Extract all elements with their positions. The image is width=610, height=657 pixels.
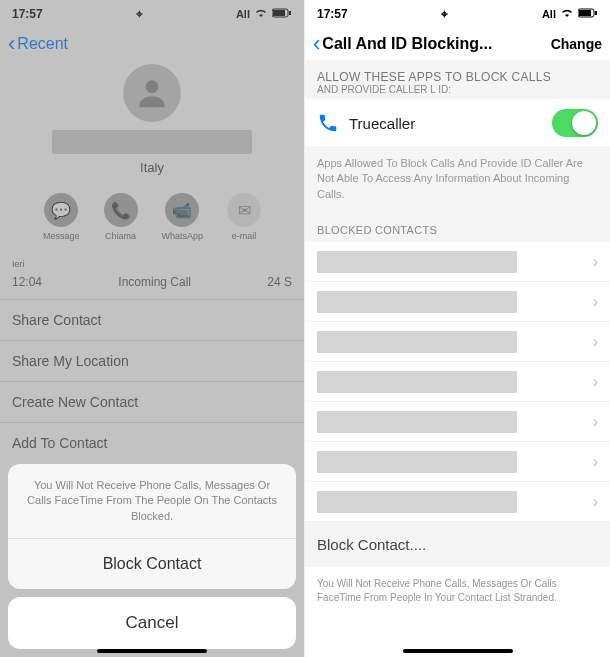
message-button[interactable]: 💬 Message xyxy=(43,193,80,241)
whatsapp-label: WhatsApp xyxy=(162,231,204,241)
svg-rect-5 xyxy=(579,10,591,16)
share-location-row[interactable]: Share My Location xyxy=(0,340,304,381)
wifi-icon xyxy=(560,8,574,20)
email-icon: ✉ xyxy=(238,201,251,220)
block-contact-button[interactable]: Block Contact xyxy=(8,539,296,589)
status-bar: 17:57 ⌖ All xyxy=(0,0,304,28)
status-time: 17:57 xyxy=(12,7,43,21)
blocked-contacts-header: BLOCKED CONTACTS xyxy=(305,216,610,242)
chevron-right-icon: › xyxy=(593,413,598,431)
chevron-right-icon: › xyxy=(593,333,598,351)
status-carrier: All xyxy=(236,8,250,20)
status-location-icon: ⌖ xyxy=(136,7,143,21)
truecaller-row: Truecaller xyxy=(305,99,610,148)
blocked-contact-row[interactable]: › xyxy=(305,242,610,282)
battery-icon xyxy=(272,8,292,20)
video-icon: 📹 xyxy=(172,201,192,220)
back-button[interactable]: ‹ Recent xyxy=(8,31,68,57)
svg-rect-1 xyxy=(273,10,285,16)
nav-title: Call And ID Blocking... xyxy=(322,35,492,53)
chevron-left-icon: ‹ xyxy=(8,31,15,57)
wifi-icon xyxy=(254,8,268,20)
chevron-right-icon: › xyxy=(593,253,598,271)
info-time: 12:04 xyxy=(12,275,42,289)
blocked-contact-row[interactable]: › xyxy=(305,482,610,522)
change-button[interactable]: Change xyxy=(551,36,602,52)
call-button[interactable]: 📞 Chiama xyxy=(104,193,138,241)
call-label: Chiama xyxy=(105,231,136,241)
footer-text: You Will Not Receive Phone Calls, Messag… xyxy=(305,567,610,615)
message-icon: 💬 xyxy=(51,201,71,220)
phone-icon xyxy=(317,112,339,134)
status-location-icon: ⌖ xyxy=(441,7,448,21)
back-button[interactable]: ‹ Call And ID Blocking... xyxy=(313,31,492,57)
avatar xyxy=(123,64,181,122)
battery-icon xyxy=(578,8,598,20)
chevron-right-icon: › xyxy=(593,293,598,311)
app-description: Apps Allowed To Block Calls And Provide … xyxy=(305,148,610,216)
nav-bar: ‹ Call And ID Blocking... Change xyxy=(305,28,610,60)
back-label: Recent xyxy=(17,35,68,53)
contact-name xyxy=(52,130,252,154)
status-time: 17:57 xyxy=(317,7,348,21)
blocked-contact-row[interactable]: › xyxy=(305,282,610,322)
block-contact-button[interactable]: Block Contact.... xyxy=(305,522,610,567)
email-label: e-mail xyxy=(232,231,257,241)
status-carrier: All xyxy=(542,8,556,20)
app-name: Truecaller xyxy=(349,115,552,132)
cancel-button[interactable]: Cancel xyxy=(8,597,296,649)
svg-rect-6 xyxy=(595,11,597,15)
chevron-right-icon: › xyxy=(593,493,598,511)
home-indicator[interactable] xyxy=(97,649,207,653)
nav-bar: ‹ Recent xyxy=(0,28,304,60)
blocked-contact-row[interactable]: › xyxy=(305,442,610,482)
info-duration: 24 S xyxy=(267,275,292,289)
section-title: ALLOW THESE APPS TO BLOCK CALLS xyxy=(317,70,598,84)
status-bar: 17:57 ⌖ All xyxy=(305,0,610,28)
chevron-right-icon: › xyxy=(593,453,598,471)
info-type: Incoming Call xyxy=(118,275,191,289)
email-button[interactable]: ✉ e-mail xyxy=(227,193,261,241)
message-label: Message xyxy=(43,231,80,241)
create-contact-row[interactable]: Create New Contact xyxy=(0,381,304,422)
sheet-message: You Will Not Receive Phone Calls, Messag… xyxy=(8,464,296,539)
blocked-contact-row[interactable]: › xyxy=(305,322,610,362)
home-indicator[interactable] xyxy=(403,649,513,653)
chevron-left-icon: ‹ xyxy=(313,31,320,57)
svg-rect-2 xyxy=(289,11,291,15)
phone-icon: 📞 xyxy=(111,201,131,220)
blocked-contact-row[interactable]: › xyxy=(305,362,610,402)
blocked-contact-row[interactable]: › xyxy=(305,402,610,442)
add-contact-row[interactable]: Add To Contact xyxy=(0,422,304,463)
section-subtitle: AND PROVIDE CALLER L ID: xyxy=(317,84,598,95)
blocked-contacts-list: › › › › › › › xyxy=(305,242,610,522)
action-sheet: You Will Not Receive Phone Calls, Messag… xyxy=(8,464,296,649)
svg-point-3 xyxy=(146,80,159,93)
whatsapp-button[interactable]: 📹 WhatsApp xyxy=(162,193,204,241)
chevron-right-icon: › xyxy=(593,373,598,391)
share-contact-row[interactable]: Share Contact xyxy=(0,299,304,340)
contact-country: Italy xyxy=(140,160,164,175)
info-day-label: Ieri xyxy=(12,259,292,269)
truecaller-toggle[interactable] xyxy=(552,109,598,137)
